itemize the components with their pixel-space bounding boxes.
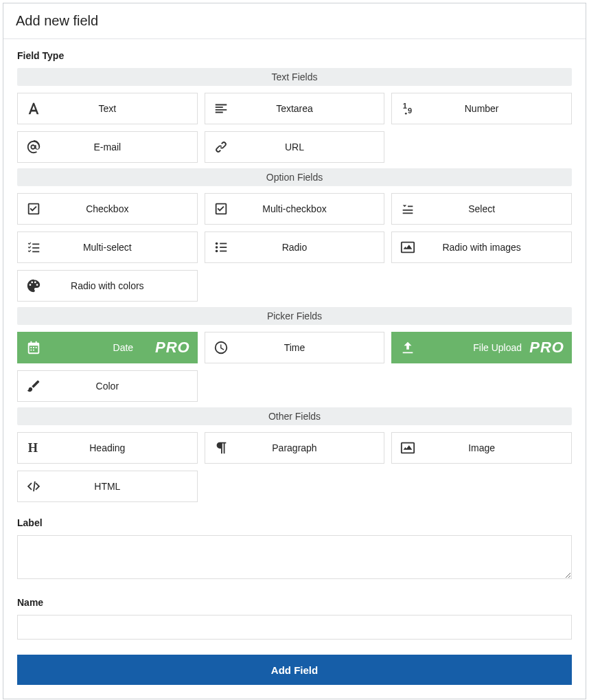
option-image[interactable]: Image xyxy=(391,432,572,464)
option-label: Text xyxy=(49,103,197,114)
option-label: E-mail xyxy=(49,142,197,153)
svg-point-5 xyxy=(215,250,218,253)
option-label: Paragraph xyxy=(237,442,384,453)
pro-badge: PRO xyxy=(155,339,190,357)
multi-select-icon xyxy=(18,232,49,262)
label-field-label: Label xyxy=(17,517,572,528)
option-label: Color xyxy=(49,381,197,392)
image-icon xyxy=(392,433,424,463)
add-field-panel: Add new field Field Type Text Fields Tex… xyxy=(3,3,586,699)
heading-icon: H xyxy=(18,433,49,463)
upload-icon xyxy=(392,332,424,363)
option-file-upload[interactable]: File Upload PRO xyxy=(391,332,572,363)
svg-text:9: 9 xyxy=(408,106,412,115)
option-label: HTML xyxy=(49,481,197,492)
option-color[interactable]: Color xyxy=(17,370,198,402)
option-html[interactable]: HTML xyxy=(17,471,198,502)
option-radio-colors[interactable]: Radio with colors xyxy=(17,270,198,302)
option-label: Time xyxy=(237,342,384,353)
option-checkbox[interactable]: Checkbox xyxy=(17,193,198,225)
option-select[interactable]: Select xyxy=(391,193,572,225)
option-label: Radio with images xyxy=(424,242,571,253)
checkbox-icon xyxy=(18,194,49,224)
font-icon xyxy=(18,93,49,124)
option-radio[interactable]: Radio xyxy=(205,232,385,263)
panel-title: Add new field xyxy=(3,3,586,39)
svg-text:H: H xyxy=(28,441,38,455)
option-time[interactable]: Time xyxy=(205,332,385,363)
option-label: Radio xyxy=(237,242,384,253)
name-field-label: Name xyxy=(17,597,572,608)
option-paragraph[interactable]: Paragraph xyxy=(205,432,385,464)
select-icon xyxy=(392,194,424,224)
label-input[interactable] xyxy=(17,535,572,579)
image-icon xyxy=(392,232,424,262)
group-header-text: Text Fields xyxy=(17,68,572,86)
option-textarea[interactable]: Textarea xyxy=(205,93,385,124)
option-text[interactable]: Text xyxy=(17,93,198,124)
option-label: Image xyxy=(424,442,571,453)
svg-point-3 xyxy=(215,242,218,245)
number-icon: 19 xyxy=(392,93,424,124)
group-header-picker: Picker Fields xyxy=(17,307,572,325)
option-date[interactable]: Date PRO xyxy=(17,332,198,363)
svg-text:1: 1 xyxy=(403,102,407,110)
option-email[interactable]: E-mail xyxy=(17,131,198,163)
option-label: Heading xyxy=(49,442,197,453)
option-label: Multi-checkbox xyxy=(237,203,384,214)
clock-icon xyxy=(205,332,237,363)
option-url[interactable]: URL xyxy=(205,131,385,163)
option-label: Number xyxy=(424,103,571,114)
option-number[interactable]: 19 Number xyxy=(391,93,572,124)
brush-icon xyxy=(18,371,49,401)
at-icon xyxy=(18,132,49,162)
option-multi-checkbox[interactable]: Multi-checkbox xyxy=(205,193,385,225)
group-header-other: Other Fields xyxy=(17,407,572,425)
option-radio-images[interactable]: Radio with images xyxy=(391,232,572,263)
link-icon xyxy=(205,132,237,162)
multi-checkbox-icon xyxy=(205,194,237,224)
align-left-icon xyxy=(205,93,237,124)
option-label: URL xyxy=(237,142,384,153)
paragraph-icon xyxy=(205,433,237,463)
calendar-icon xyxy=(18,332,49,363)
svg-point-2 xyxy=(405,113,407,115)
add-field-button[interactable]: Add Field xyxy=(17,655,572,685)
group-header-option: Option Fields xyxy=(17,168,572,186)
code-icon xyxy=(18,471,49,501)
palette-icon xyxy=(18,271,49,301)
svg-point-4 xyxy=(215,246,218,249)
option-label: Multi-select xyxy=(49,242,197,253)
option-label: Textarea xyxy=(237,103,384,114)
name-input[interactable] xyxy=(17,615,572,640)
pro-badge: PRO xyxy=(529,339,564,357)
option-label: Radio with colors xyxy=(49,280,197,291)
field-type-label: Field Type xyxy=(17,50,572,61)
option-label: Checkbox xyxy=(49,203,197,214)
option-multi-select[interactable]: Multi-select xyxy=(17,232,198,263)
list-icon xyxy=(205,232,237,262)
option-heading[interactable]: H Heading xyxy=(17,432,198,464)
option-label: Select xyxy=(424,203,571,214)
